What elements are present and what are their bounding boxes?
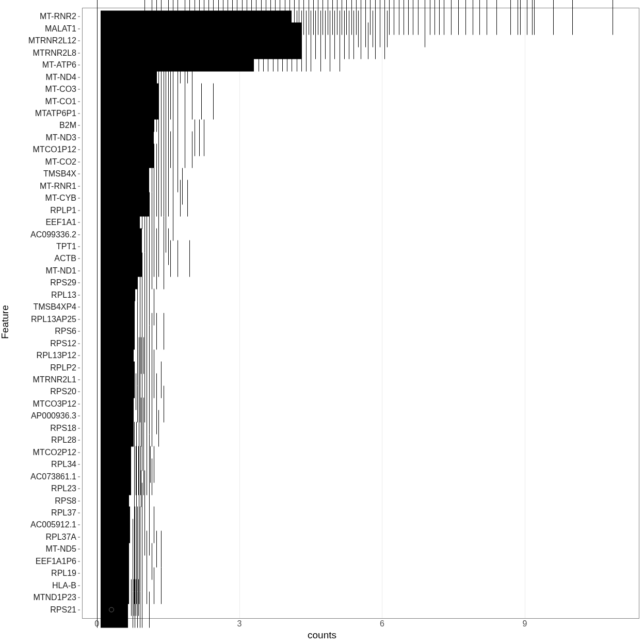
y-tick-dash xyxy=(78,307,80,308)
y-tick-dash xyxy=(78,186,80,186)
y-tick-label: EEF1A1 xyxy=(45,218,76,227)
y-tick-dash xyxy=(78,440,80,441)
y-tick-label: RPL37A xyxy=(45,533,76,542)
y-tick-dash xyxy=(78,319,80,319)
y-tick-dash xyxy=(78,28,80,29)
y-tick-dash xyxy=(78,573,80,574)
y-tick-dash xyxy=(78,428,80,428)
y-tick-label: HLA-B xyxy=(52,581,76,590)
y-tick-label: RPL28 xyxy=(51,436,76,445)
y-tick-label: RPS18 xyxy=(50,424,76,433)
y-tick-dash xyxy=(78,101,80,102)
y-tick-dash xyxy=(78,452,80,453)
y-tick-dash xyxy=(78,331,80,332)
y-tick-label: RPL34 xyxy=(51,460,76,469)
mean-point xyxy=(109,607,114,613)
y-tick-dash xyxy=(78,525,80,525)
y-tick-label: ACTB xyxy=(54,254,76,263)
y-tick-label: B2M xyxy=(59,121,76,130)
y-tick-dash xyxy=(78,295,80,295)
y-tick-dash xyxy=(78,379,80,380)
y-tick-dash xyxy=(78,283,80,283)
y-tick-label: MTATP6P1 xyxy=(35,109,76,118)
y-tick-dash xyxy=(78,270,80,271)
y-tick-dash xyxy=(78,512,80,513)
y-tick-label: MT-CYB xyxy=(45,194,76,203)
y-tick-dash xyxy=(78,41,80,41)
y-tick-label: MT-ND3 xyxy=(45,133,76,142)
y-tick-label: MALAT1 xyxy=(45,24,76,34)
y-tick-dash xyxy=(78,198,80,199)
y-tick-label: RPL37 xyxy=(51,508,76,518)
y-tick-label: MT-ND1 xyxy=(45,266,76,276)
y-tick-dash xyxy=(78,356,80,356)
y-tick-label: MTRNR2L1 xyxy=(33,375,76,384)
y-tick-dash xyxy=(78,404,80,404)
x-tick-label: 9 xyxy=(522,619,527,629)
y-tick-dash xyxy=(78,501,80,501)
y-tick-dash xyxy=(78,150,80,150)
y-tick-dash xyxy=(78,464,80,465)
x-axis-label: counts xyxy=(308,630,336,641)
y-tick-label: RPLP1 xyxy=(50,206,76,215)
y-tick-label: RPL13 xyxy=(51,291,76,300)
y-tick-dash xyxy=(78,585,80,586)
y-tick-dash xyxy=(78,210,80,211)
y-tick-label: MTCO3P12 xyxy=(33,399,76,409)
y-tick-dash xyxy=(78,53,80,53)
y-tick-dash xyxy=(78,89,80,90)
y-tick-label: RPS8 xyxy=(55,496,76,506)
y-tick-dash xyxy=(78,234,80,235)
y-tick-dash xyxy=(78,598,80,598)
y-tick-dash xyxy=(78,343,80,344)
y-tick-dash xyxy=(78,609,80,610)
y-tick-dash xyxy=(78,17,80,17)
y-tick-label: AC099336.2 xyxy=(30,230,76,239)
y-tick-label: MT-ND5 xyxy=(45,544,76,554)
chart-container: Feature counts MT-RNR2MALAT1MTRNR2L12MTR… xyxy=(0,0,644,644)
y-tick-dash xyxy=(78,392,80,392)
x-tick-label: 6 xyxy=(380,619,384,629)
y-axis-ticks: MT-RNR2MALAT1MTRNR2L12MTRNR2L8MT-ATP6MT-… xyxy=(0,8,80,618)
y-tick-label: AC005912.1 xyxy=(30,520,76,529)
y-tick-dash xyxy=(78,247,80,247)
y-tick-label: TMSB4XP4 xyxy=(33,302,76,312)
y-tick-label: MTRNR2L8 xyxy=(33,49,76,58)
y-tick-label: RPS20 xyxy=(50,387,76,396)
y-tick-label: RPS29 xyxy=(50,278,76,287)
x-axis-ticks: 0369 xyxy=(83,619,639,630)
y-tick-label: RPL13P12 xyxy=(37,351,76,360)
y-tick-label: MTND1P23 xyxy=(33,593,76,602)
y-tick-label: RPL19 xyxy=(51,569,76,578)
y-tick-label: RPS6 xyxy=(55,327,76,336)
y-tick-label: TPT1 xyxy=(56,242,76,251)
y-tick-dash xyxy=(78,222,80,223)
y-tick-label: MTCO2P12 xyxy=(33,448,76,457)
y-tick-label: AC073861.1 xyxy=(30,472,76,481)
y-tick-dash xyxy=(78,489,80,489)
y-tick-label: AP000936.3 xyxy=(31,411,76,421)
y-tick-label: MTRNR2L12 xyxy=(28,36,76,45)
y-tick-label: MT-CO2 xyxy=(45,157,76,167)
y-tick-label: MT-RNR2 xyxy=(40,12,76,21)
y-tick-dash xyxy=(78,537,80,537)
y-tick-dash xyxy=(78,77,80,77)
y-tick-dash xyxy=(78,162,80,162)
x-tick-label: 0 xyxy=(94,619,99,629)
y-tick-dash xyxy=(78,65,80,66)
y-tick-label: TMSB4X xyxy=(43,169,76,179)
y-tick-dash xyxy=(78,174,80,174)
y-tick-dash xyxy=(78,114,80,114)
y-tick-dash xyxy=(78,259,80,259)
y-tick-label: RPL13AP25 xyxy=(31,315,76,324)
y-tick-label: MT-CO3 xyxy=(45,85,76,94)
y-tick-dash xyxy=(78,367,80,368)
y-tick-dash xyxy=(78,476,80,477)
plot-area xyxy=(83,8,639,618)
y-tick-label: RPL23 xyxy=(51,484,76,493)
x-tick-label: 3 xyxy=(237,619,242,629)
y-tick-label: EEF1A1P6 xyxy=(36,557,76,566)
y-tick-label: MT-ATP6 xyxy=(42,60,76,70)
y-tick-label: MT-ND4 xyxy=(45,73,76,82)
y-tick-dash xyxy=(78,549,80,550)
